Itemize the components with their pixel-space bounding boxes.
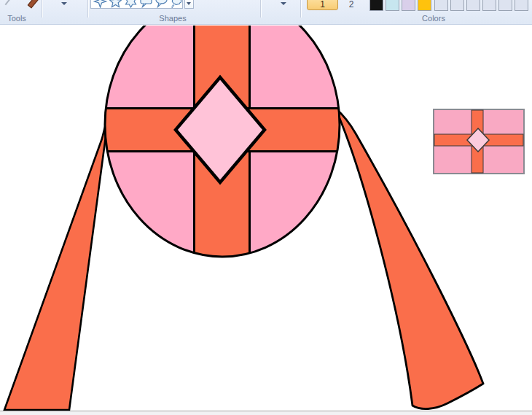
rounded-rectangle-callout-icon[interactable] bbox=[138, 0, 154, 8]
brushes-dropdown-icon[interactable] bbox=[61, 2, 67, 5]
cloud-callout-icon[interactable] bbox=[169, 0, 183, 8]
horizontal-scrollbar[interactable] bbox=[0, 411, 532, 415]
colors-group-label: Colors bbox=[397, 14, 470, 23]
four-point-star-icon[interactable] bbox=[93, 0, 108, 8]
size-dropdown-icon[interactable] bbox=[281, 2, 286, 5]
swatch-empty-5[interactable] bbox=[498, 0, 512, 11]
gift-drawing bbox=[0, 26, 532, 411]
group-divider bbox=[300, 0, 302, 18]
chevron-down-icon bbox=[187, 2, 191, 5]
drawing-canvas[interactable] bbox=[0, 26, 532, 411]
shapes-gallery-dropdown[interactable] bbox=[184, 0, 194, 9]
color-picker-tool-icon[interactable] bbox=[28, 0, 39, 8]
shapes-group-label: Shapes bbox=[136, 14, 209, 23]
group-divider bbox=[42, 0, 43, 18]
tools-group-label: Tools bbox=[0, 14, 34, 23]
swatch-gold[interactable] bbox=[418, 0, 431, 11]
swatch-empty-6[interactable] bbox=[515, 0, 528, 11]
pencil-tool-icon[interactable] bbox=[5, 0, 12, 5]
swatch-lavender[interactable] bbox=[402, 0, 415, 11]
group-divider bbox=[87, 0, 89, 18]
ribbon-toolbar: 1 2 Tools Shapes Colors bbox=[0, 0, 532, 25]
swatch-light-cyan[interactable] bbox=[386, 0, 399, 11]
color2-button[interactable]: 2 bbox=[341, 0, 361, 10]
swatch-empty-2[interactable] bbox=[450, 0, 464, 11]
swatch-black[interactable] bbox=[369, 0, 383, 11]
oval-callout-icon[interactable] bbox=[154, 0, 169, 8]
five-point-star-icon[interactable] bbox=[108, 0, 123, 8]
gift-ribbon-left bbox=[4, 109, 109, 410]
color1-button[interactable]: 1 bbox=[307, 0, 338, 10]
swatch-empty-1[interactable] bbox=[434, 0, 448, 11]
six-point-star-icon[interactable] bbox=[123, 0, 138, 8]
reference-gift-image bbox=[434, 109, 524, 174]
swatch-empty-3[interactable] bbox=[466, 0, 480, 11]
swatch-empty-4[interactable] bbox=[482, 0, 496, 11]
group-divider bbox=[260, 0, 262, 18]
shapes-gallery bbox=[90, 0, 183, 9]
